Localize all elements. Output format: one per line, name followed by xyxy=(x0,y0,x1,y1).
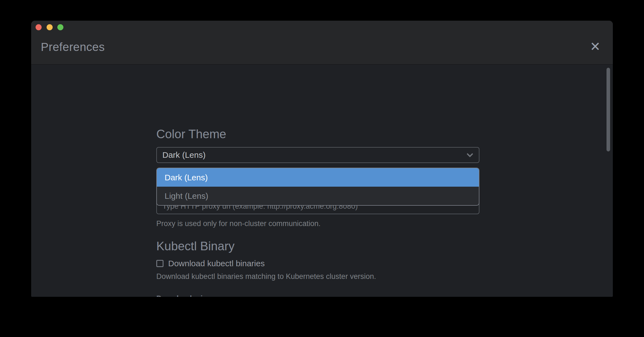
download-kubectl-checkbox-label: Download kubectl binaries xyxy=(168,259,265,268)
page-title: Preferences xyxy=(41,40,105,54)
chevron-down-icon xyxy=(466,151,473,157)
download-mirror-label: Download mirror xyxy=(156,294,479,297)
close-icon[interactable]: ✕ xyxy=(587,39,603,54)
color-theme-select[interactable]: Dark (Lens) xyxy=(156,147,479,163)
download-kubectl-checkbox-row[interactable]: Download kubectl binaries xyxy=(156,259,479,268)
color-theme-heading: Color Theme xyxy=(156,127,479,141)
http-proxy-help: Proxy is used only for non-cluster commu… xyxy=(156,219,479,228)
color-theme-select-value: Dark (Lens) xyxy=(162,150,468,160)
scrollbar-thumb[interactable] xyxy=(607,68,610,151)
checkbox-unchecked-icon[interactable] xyxy=(156,260,163,267)
titlebar: Preferences ✕ xyxy=(31,21,613,65)
download-kubectl-help: Download kubectl binaries matching to Ku… xyxy=(156,272,479,281)
preferences-content: Color Theme Dark (Lens) Dark (Lens) Ligh… xyxy=(31,65,613,297)
kubectl-binary-heading: Kubectl Binary xyxy=(156,239,479,253)
preferences-window: Preferences ✕ Color Theme Dark (Lens) Da… xyxy=(31,21,613,297)
color-theme-dropdown: Dark (Lens) Light (Lens) xyxy=(156,168,479,206)
traffic-light-minimize-icon[interactable] xyxy=(47,24,53,30)
traffic-light-zoom-icon[interactable] xyxy=(57,24,63,30)
traffic-light-close-icon[interactable] xyxy=(36,24,42,30)
dropdown-option-dark[interactable]: Dark (Lens) xyxy=(157,168,479,187)
dropdown-option-light[interactable]: Light (Lens) xyxy=(157,187,479,205)
